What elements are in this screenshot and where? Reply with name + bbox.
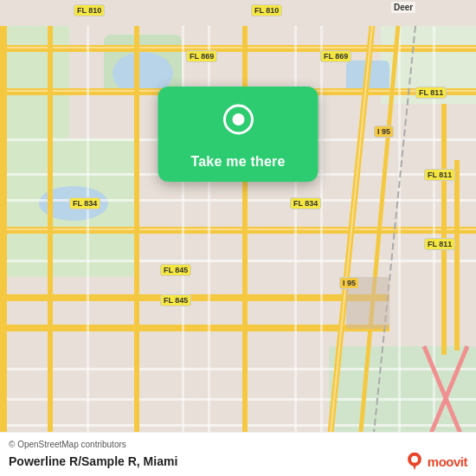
road-label-fl811: FL 811 (415, 87, 447, 99)
map-label-deer: Deer (391, 2, 415, 13)
svg-rect-26 (134, 26, 139, 450)
svg-rect-32 (320, 26, 323, 450)
road-label-fl845b: FL 845 (160, 294, 191, 306)
svg-rect-21 (0, 368, 476, 370)
bottom-bar: © OpenStreetMap contributors Powerline R… (0, 432, 476, 476)
road-label-fl810: FL 810 (74, 4, 105, 16)
svg-rect-22 (0, 398, 476, 401)
place-name: Powerline R/Sample R, Miami (9, 454, 177, 468)
road-label-fl834: FL 834 (69, 197, 100, 209)
moovit-logo: moovit (405, 452, 467, 471)
map-attribution: © OpenStreetMap contributors (9, 440, 467, 449)
svg-rect-15 (0, 294, 389, 301)
svg-rect-2 (0, 26, 69, 138)
moovit-pin-icon (405, 452, 424, 471)
action-card[interactable]: Take me there (158, 87, 318, 182)
road-label-fl834b: FL 834 (290, 197, 321, 209)
svg-point-45 (232, 113, 244, 125)
road-label-fl811b: FL 811 (424, 169, 455, 181)
place-info-row: Powerline R/Sample R, Miami moovit (9, 452, 467, 471)
road-label-fl845: FL 845 (160, 264, 191, 276)
svg-rect-10 (0, 47, 476, 48)
svg-rect-28 (87, 26, 89, 450)
svg-rect-24 (0, 26, 7, 450)
svg-marker-48 (412, 464, 416, 470)
svg-rect-42 (454, 160, 460, 351)
moovit-brand-name: moovit (428, 454, 467, 469)
svg-rect-33 (398, 26, 401, 450)
road-label-fl810b: FL 810 (251, 4, 282, 16)
svg-rect-23 (0, 424, 476, 427)
map-container: FL 810 FL 810 FL 869 FL 869 FL 834 FL 83… (0, 0, 476, 476)
svg-rect-16 (0, 325, 389, 331)
road-label-fl869b: FL 869 (320, 50, 351, 62)
road-label-i95: I 95 (374, 125, 394, 138)
road-label-fl869: FL 869 (186, 50, 217, 62)
road-label-fl811c: FL 811 (424, 238, 455, 250)
location-pin-icon (216, 102, 260, 145)
svg-rect-20 (0, 260, 476, 262)
svg-rect-25 (48, 26, 53, 450)
svg-rect-14 (0, 228, 476, 230)
take-me-there-label: Take me there (190, 154, 285, 170)
svg-rect-41 (441, 104, 447, 355)
svg-point-47 (411, 456, 418, 463)
road-label-i95b: I 95 (339, 277, 359, 289)
